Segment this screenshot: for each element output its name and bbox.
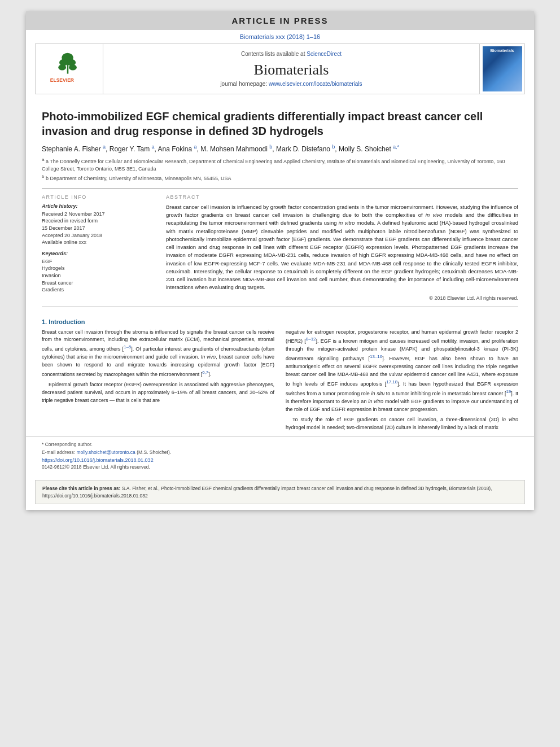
keyword-invasion: Invasion bbox=[42, 272, 155, 279]
issn-text: 0142-9612/© 2018 Elsevier Ltd. All right… bbox=[42, 464, 518, 470]
article-title: Photo-immobilized EGF chemical gradients… bbox=[42, 109, 518, 138]
article-body: Photo-immobilized EGF chemical gradients… bbox=[26, 94, 534, 318]
received-revised-label: Received in revised form bbox=[42, 217, 155, 225]
doi-link[interactable]: https://doi.org/10.1016/j.biomaterials.2… bbox=[42, 457, 518, 463]
journal-header-center: Contents lists available at ScienceDirec… bbox=[103, 44, 479, 94]
article-info-column: ARTICLE INFO Article history: Received 2… bbox=[42, 194, 155, 301]
article-info-box: Article history: Received 2 November 201… bbox=[42, 203, 155, 294]
journal-thumb-label: Biomaterials bbox=[483, 49, 522, 53]
article-history-title: Article history: bbox=[42, 203, 155, 209]
copyright-notice: © 2018 Elsevier Ltd. All rights reserved… bbox=[166, 295, 518, 301]
svg-text:ELSEVIER: ELSEVIER bbox=[50, 77, 74, 83]
journal-homepage: journal homepage: www.elsevier.com/locat… bbox=[220, 81, 362, 87]
available-online: Available online xxx bbox=[42, 239, 155, 246]
intro-left-text-2: Epidermal growth factor receptor (EGFR) … bbox=[42, 381, 274, 405]
authors-line: Stephanie A. Fisher a, Roger Y. Tam a, A… bbox=[42, 144, 518, 153]
intro-left-text: Breast cancer cell invasion through the … bbox=[42, 329, 274, 379]
intro-right-text-2: To study the role of EGF gradients on ca… bbox=[286, 416, 518, 432]
received-revised-date: 15 December 2017 bbox=[42, 225, 155, 232]
article-info-label: ARTICLE INFO bbox=[42, 194, 155, 200]
email-line: E-mail address: molly.shoichet@utoronto.… bbox=[42, 449, 518, 455]
intro-right-text: negative for estrogen receptor, progeste… bbox=[286, 329, 518, 414]
abstract-label: ABSTRACT bbox=[166, 194, 518, 200]
svg-point-4 bbox=[58, 64, 66, 70]
info-abstract-columns: ARTICLE INFO Article history: Received 2… bbox=[42, 194, 518, 301]
accepted-date: Accepted 20 January 2018 bbox=[42, 232, 155, 239]
keywords-label: Keywords: bbox=[42, 251, 155, 256]
citation-box: Please cite this article in press as: S.… bbox=[35, 480, 525, 505]
journal-thumbnail-area: Biomaterials bbox=[479, 44, 524, 94]
received-date: Received 2 November 2017 bbox=[42, 211, 155, 218]
affiliation-b: b b Department of Chemistry, University … bbox=[42, 173, 518, 182]
affiliations: a a The Donnelly Centre for Cellular and… bbox=[42, 156, 518, 182]
sciencedirect-link[interactable]: ScienceDirect bbox=[307, 51, 342, 57]
contents-available-text: Contents lists available at ScienceDirec… bbox=[241, 51, 342, 57]
separator-1 bbox=[42, 188, 518, 189]
elsevier-logo-svg: ELSEVIER bbox=[44, 52, 95, 86]
main-content: 1. Introduction Breast cancer cell invas… bbox=[26, 318, 534, 432]
introduction-title: 1. Introduction bbox=[42, 318, 518, 325]
keyword-gradients: Gradients bbox=[42, 286, 155, 294]
abstract-text: Breast cancer cell invasion is influence… bbox=[166, 203, 518, 292]
affiliation-a: a a The Donnelly Centre for Cellular and… bbox=[42, 156, 518, 172]
elsevier-logo-area: ELSEVIER bbox=[36, 44, 103, 94]
keyword-hydrogels: Hydrogels bbox=[42, 265, 155, 272]
journal-reference: Biomaterials xxx (2018) 1–16 bbox=[26, 30, 534, 41]
keywords-section: Keywords: EGF Hydrogels Invasion Breast … bbox=[42, 251, 155, 294]
abstract-column: ABSTRACT Breast cancer cell invasion is … bbox=[166, 194, 518, 301]
author-email[interactable]: molly.shoichet@utoronto.ca bbox=[76, 449, 135, 455]
keyword-breast-cancer: Breast cancer bbox=[42, 279, 155, 287]
introduction-columns: Breast cancer cell invasion through the … bbox=[42, 329, 518, 432]
journal-title: Biomaterials bbox=[254, 62, 329, 78]
journal-header: ELSEVIER Contents lists available at Sci… bbox=[35, 43, 525, 94]
separator-2 bbox=[42, 307, 518, 307]
cite-box-label: Please cite this article in press as: bbox=[42, 486, 120, 491]
homepage-link[interactable]: www.elsevier.com/locate/biomaterials bbox=[269, 81, 362, 87]
intro-right-col: negative for estrogen receptor, progeste… bbox=[286, 329, 518, 432]
journal-thumbnail: Biomaterials bbox=[483, 46, 522, 91]
intro-left-col: Breast cancer cell invasion through the … bbox=[42, 329, 274, 432]
keyword-egf: EGF bbox=[42, 258, 155, 265]
footer-area: * Corresponding author. E-mail address: … bbox=[26, 436, 534, 474]
svg-point-5 bbox=[69, 64, 77, 70]
article-in-press-banner: ARTICLE IN PRESS bbox=[26, 11, 534, 30]
corresponding-note: * Corresponding author. bbox=[42, 442, 518, 447]
